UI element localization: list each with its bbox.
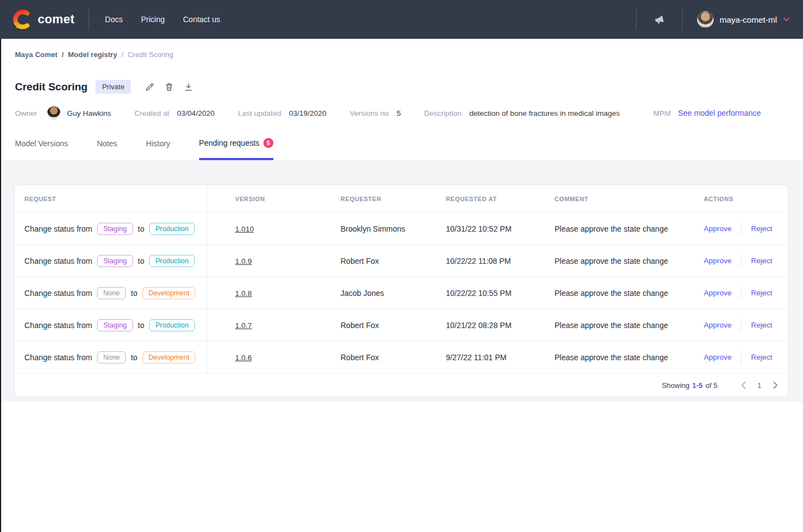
showing-label: Showing bbox=[662, 381, 689, 390]
page-number[interactable]: 1 bbox=[758, 381, 761, 390]
nav-link-docs[interactable]: Docs bbox=[105, 15, 123, 24]
chevron-right-icon bbox=[773, 381, 778, 389]
breadcrumb-model-registry[interactable]: Model registry bbox=[68, 50, 117, 59]
request-cell: Change status from Staging to Production bbox=[14, 245, 207, 277]
brand-name: comet bbox=[38, 12, 74, 27]
next-page-button[interactable] bbox=[773, 381, 778, 389]
comment-cell: Please approve the state change bbox=[555, 257, 704, 265]
actions-divider bbox=[741, 223, 741, 235]
pagination: 1 bbox=[741, 381, 778, 390]
page-header: Maya Comet / Model registry / Credit Sco… bbox=[0, 39, 803, 160]
content-section: REQUEST VERSION REQUESTER REQUESTED AT C… bbox=[0, 160, 803, 402]
approve-button[interactable]: Approve bbox=[704, 353, 731, 361]
comment-cell: Please approve the state change bbox=[555, 289, 704, 298]
delete-button[interactable] bbox=[164, 81, 175, 93]
tab-label: History bbox=[146, 139, 170, 148]
approve-button[interactable]: Approve bbox=[704, 321, 731, 329]
owner-avatar bbox=[47, 106, 60, 120]
nav-link-contact-us[interactable]: Contact us bbox=[183, 15, 220, 24]
version-link[interactable]: 1.0.7 bbox=[235, 321, 252, 330]
description-value: detection of bone fractures in medical i… bbox=[469, 109, 620, 117]
approve-button[interactable]: Approve bbox=[704, 224, 731, 233]
reject-button[interactable]: Reject bbox=[751, 257, 772, 265]
request-prefix: Change status from bbox=[24, 321, 92, 330]
user-avatar bbox=[697, 11, 714, 28]
reject-button[interactable]: Reject bbox=[751, 321, 772, 329]
request-prefix: Change status from bbox=[24, 224, 92, 233]
comment-cell: Please approve the state change bbox=[555, 321, 704, 330]
trash-icon bbox=[164, 82, 174, 92]
showing-range: 1-5 bbox=[692, 381, 703, 390]
request-middle: to bbox=[138, 257, 145, 265]
requested-at-cell: 10/21/22 08:28 PM bbox=[446, 321, 555, 330]
breadcrumb-separator: / bbox=[62, 50, 64, 59]
version-link[interactable]: 1.0.9 bbox=[235, 257, 252, 265]
breadcrumb-workspace[interactable]: Maya Comet bbox=[15, 50, 58, 59]
user-menu[interactable]: maya-comet-ml bbox=[697, 11, 790, 28]
approve-button[interactable]: Approve bbox=[704, 289, 731, 297]
actions-divider bbox=[741, 287, 741, 299]
download-button[interactable] bbox=[183, 81, 194, 93]
column-header-request: REQUEST bbox=[14, 185, 207, 212]
request-prefix: Change status from bbox=[24, 257, 92, 265]
versions-no-value: 5 bbox=[397, 109, 401, 117]
version-link[interactable]: 1.0.6 bbox=[235, 354, 252, 362]
column-header-requested-at: REQUESTED AT bbox=[446, 196, 555, 202]
chevron-down-icon bbox=[783, 17, 790, 22]
table-row: Change status from None to Development 1… bbox=[14, 341, 788, 373]
download-icon bbox=[184, 82, 194, 92]
reject-button[interactable]: Reject bbox=[751, 289, 772, 297]
announcements-button[interactable] bbox=[653, 13, 665, 25]
comet-logo[interactable]: comet bbox=[11, 9, 74, 30]
requester-cell: Jacob Jones bbox=[340, 289, 446, 298]
table-row: Change status from Staging to Production… bbox=[14, 244, 788, 277]
tab-pending-requests[interactable]: Pending requests 5 bbox=[199, 138, 273, 160]
status-badge-from: Staging bbox=[97, 319, 133, 331]
version-link[interactable]: 1.010 bbox=[235, 225, 254, 233]
tab-label: Notes bbox=[97, 139, 118, 148]
column-header-actions: ACTIONS bbox=[704, 196, 788, 202]
breadcrumb-current: Credit Scoring bbox=[128, 50, 173, 59]
previous-page-button[interactable] bbox=[741, 381, 746, 389]
tab-history[interactable]: History bbox=[146, 139, 170, 160]
user-name: maya-comet-ml bbox=[720, 15, 777, 24]
created-at-label: Created at bbox=[134, 109, 169, 117]
pending-count-badge: 5 bbox=[263, 138, 273, 148]
see-model-performance-link[interactable]: See model performance bbox=[678, 109, 761, 117]
edit-button[interactable] bbox=[144, 81, 155, 93]
table-row: Change status from None to Development 1… bbox=[14, 277, 788, 309]
approve-button[interactable]: Approve bbox=[704, 257, 731, 265]
reject-button[interactable]: Reject bbox=[751, 224, 772, 233]
requester-cell: Robert Fox bbox=[340, 257, 446, 265]
navbar-divider bbox=[682, 9, 683, 30]
tabs: Model Versions Notes History Pending req… bbox=[15, 138, 803, 160]
requested-at-cell: 10/22/22 10:55 PM bbox=[446, 289, 555, 298]
title-row: Credit Scoring Private bbox=[15, 80, 803, 94]
request-cell: Change status from Staging to Production bbox=[14, 213, 207, 244]
request-middle: to bbox=[131, 353, 138, 362]
navbar-divider bbox=[636, 9, 637, 30]
tab-notes[interactable]: Notes bbox=[97, 139, 118, 160]
description-label: Description bbox=[424, 109, 462, 117]
model-meta-row: Owner Guy Hawkins Created at 03/04/2020 … bbox=[15, 106, 803, 120]
status-badge-to: Development bbox=[143, 287, 196, 299]
requester-cell: Brooklyn Simmons bbox=[340, 224, 446, 233]
title-actions bbox=[144, 81, 194, 93]
versions-no-label: Versions no bbox=[350, 109, 389, 117]
request-middle: to bbox=[138, 224, 145, 233]
comment-cell: Please approve the state change bbox=[555, 353, 704, 362]
table-row: Change status from Staging to Production… bbox=[14, 212, 788, 244]
status-badge-to: Development bbox=[143, 351, 196, 364]
reject-button[interactable]: Reject bbox=[751, 353, 772, 361]
version-link[interactable]: 1.0.8 bbox=[235, 289, 252, 298]
status-badge-from: Staging bbox=[97, 223, 133, 235]
megaphone-icon bbox=[653, 13, 665, 25]
chevron-left-icon bbox=[741, 381, 746, 389]
requested-at-cell: 9/27/22 11:01 PM bbox=[446, 353, 555, 362]
mpm-group: MPM See model performance bbox=[653, 109, 761, 117]
request-prefix: Change status from bbox=[24, 289, 92, 298]
nav-link-pricing[interactable]: Pricing bbox=[141, 15, 165, 24]
status-badge-to: Production bbox=[149, 223, 195, 235]
request-middle: to bbox=[138, 321, 145, 330]
tab-model-versions[interactable]: Model Versions bbox=[15, 139, 68, 160]
